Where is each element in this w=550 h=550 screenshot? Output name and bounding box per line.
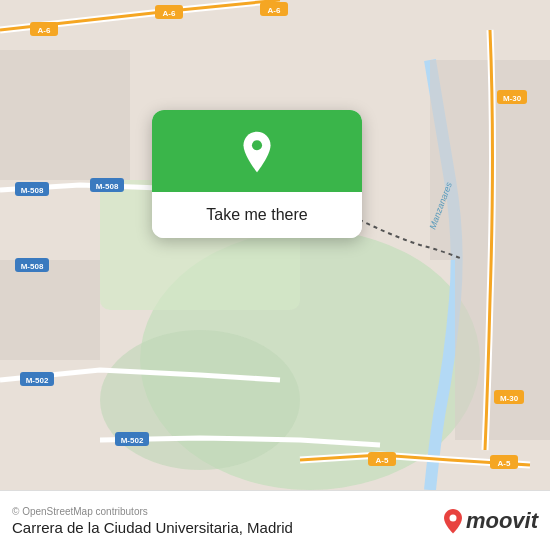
svg-point-34: [449, 514, 456, 521]
svg-point-33: [252, 140, 262, 150]
svg-text:A-5: A-5: [376, 456, 389, 465]
take-me-there-button[interactable]: Take me there: [152, 192, 362, 238]
moovit-logo: moovit: [442, 508, 538, 534]
svg-text:M-508: M-508: [21, 186, 44, 195]
svg-text:M-30: M-30: [500, 394, 519, 403]
svg-text:A-5: A-5: [498, 459, 511, 468]
svg-text:M-502: M-502: [121, 436, 144, 445]
svg-text:A-6: A-6: [163, 9, 176, 18]
map-attribution: © OpenStreetMap contributors: [12, 506, 293, 517]
location-pin-icon: [235, 130, 279, 174]
popup-card: Take me there: [152, 110, 362, 238]
popup-green-area: [152, 110, 362, 192]
svg-rect-6: [0, 50, 130, 180]
svg-rect-7: [0, 260, 100, 360]
svg-text:M-508: M-508: [96, 182, 119, 191]
svg-text:M-30: M-30: [503, 94, 522, 103]
svg-text:A-6: A-6: [38, 26, 51, 35]
bottom-bar: © OpenStreetMap contributors Carrera de …: [0, 490, 550, 550]
svg-text:M-508: M-508: [21, 262, 44, 271]
bottom-left-info: © OpenStreetMap contributors Carrera de …: [12, 506, 293, 536]
moovit-pin-icon: [442, 508, 464, 534]
moovit-brand-text: moovit: [466, 508, 538, 534]
svg-rect-5: [455, 260, 550, 440]
svg-text:M-502: M-502: [26, 376, 49, 385]
map-container[interactable]: A-6 A-6 A-6 M-30 M-30 M-508 M-508 M-508 …: [0, 0, 550, 490]
location-name: Carrera de la Ciudad Universitaria, Madr…: [12, 519, 293, 536]
svg-text:A-6: A-6: [268, 6, 281, 15]
svg-point-3: [100, 330, 300, 470]
